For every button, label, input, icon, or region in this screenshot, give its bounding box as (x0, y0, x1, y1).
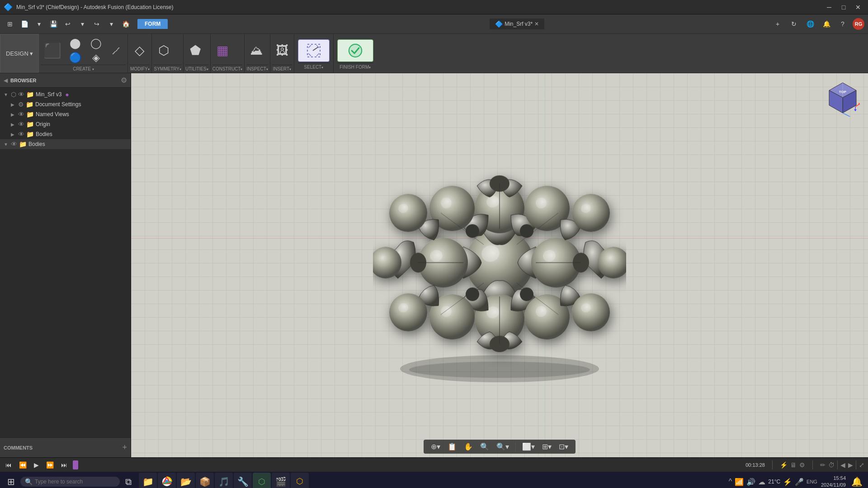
tree-item-bodies-2[interactable]: ▼ 👁 📁 Bodies (0, 139, 131, 149)
skip-end-button[interactable]: ⏭ (59, 460, 69, 469)
sim-icon[interactable]: ⚡ (780, 461, 788, 469)
pencil-icon[interactable]: ✏ (820, 461, 826, 469)
browser-settings-button[interactable]: ⚙ (121, 76, 127, 84)
tree-dot-root: ● (65, 91, 69, 98)
close-button[interactable]: ✕ (852, 2, 864, 12)
timeline-marker[interactable] (73, 460, 78, 469)
tree-item-origin[interactable]: ▶ 👁 📁 Origin (0, 119, 131, 129)
redo-dropdown[interactable]: ▾ (105, 18, 118, 30)
display-mode-button[interactable]: ⊕▾ (428, 441, 443, 452)
insert-button[interactable]: 🖼 (272, 42, 292, 59)
select-button[interactable] (298, 39, 330, 62)
maximize-button[interactable]: □ (837, 2, 850, 12)
status-separator-2 (812, 460, 813, 469)
system-clock[interactable]: 15:54 2024/11/09 (821, 475, 846, 488)
construct-button[interactable]: ▦ (212, 42, 232, 59)
viewport[interactable]: TOP ⊕▾ 📋 ✋ 🔍 🔍▾ ⬜▾ ⊞▾ ⊡▾ (131, 73, 868, 457)
new-button[interactable]: 📄 (18, 18, 31, 30)
lang-display[interactable]: ENG (807, 479, 817, 484)
ups-icon[interactable]: ⚡ (783, 478, 792, 486)
undo-button[interactable]: ↩ (61, 18, 74, 30)
tree-item-bodies-1[interactable]: ▶ 👁 📁 Bodies (0, 129, 131, 139)
taskbar-app-5[interactable]: 🎵 (215, 473, 233, 488)
close-doc-button[interactable]: ✕ (534, 21, 539, 27)
nav-next[interactable]: ▶ (848, 461, 853, 469)
undo-dropdown[interactable]: ▾ (76, 18, 89, 30)
network-button[interactable]: 🌐 (804, 18, 816, 30)
clock-icon[interactable]: ⏱ (828, 461, 835, 469)
viewport-layout-button[interactable]: ⊡▾ (556, 441, 571, 452)
tree-item-root[interactable]: ▼ ⬡ 👁 📁 Min_Srf v3 ● (0, 89, 131, 99)
symmetry-button[interactable]: ⬡ (154, 42, 174, 59)
tree-visibility-named-views[interactable]: 👁 (18, 111, 24, 118)
settings-icon[interactable]: ⚙ (799, 461, 805, 469)
taskbar-app-6[interactable]: 🔧 (234, 473, 252, 488)
taskbar-app-fusion[interactable]: ⬡ (253, 473, 271, 488)
create-sphere-button[interactable]: ⬤ (65, 37, 85, 50)
browser-arrow[interactable]: ◀ (4, 77, 8, 84)
taskbar-app-explorer[interactable]: 📁 (139, 473, 157, 488)
zoom-button[interactable]: 🔍 (477, 441, 492, 452)
display-icon[interactable]: 🖥 (790, 461, 797, 469)
prev-frame-button[interactable]: ⏪ (17, 460, 28, 469)
create-pipe-button[interactable]: ⟋ (107, 42, 126, 59)
add-tab-button[interactable]: + (771, 18, 784, 30)
taskbar-app-chrome[interactable] (158, 473, 176, 488)
utilities-button[interactable]: ⬟ (185, 42, 205, 59)
tree-visibility-bodies-1[interactable]: 👁 (18, 131, 24, 138)
sep (837, 460, 838, 469)
volume-tray-icon[interactable]: 🔊 (746, 478, 755, 486)
taskbar-app-fusion360[interactable]: ⬡ (291, 473, 309, 488)
form-tab[interactable]: FORM (137, 19, 168, 29)
tree-visibility-root[interactable]: 👁 (18, 91, 24, 98)
create-cylinder-button[interactable]: 🔵 (65, 51, 85, 65)
main-content: ◀ BROWSER ⚙ ▼ ⬡ 👁 📁 Min_Srf v3 ● ▶ ⚙ 📁 D… (0, 73, 868, 457)
design-dropdown[interactable]: DESIGN ▾ (0, 34, 39, 73)
help-button[interactable]: ? (836, 18, 849, 30)
save-button[interactable]: 💾 (47, 18, 60, 30)
sep2 (856, 460, 856, 469)
nav-prev[interactable]: ◀ (840, 461, 845, 469)
start-button[interactable]: ⊞ (4, 474, 19, 488)
capture-button[interactable]: 📋 (445, 441, 459, 452)
modify-button[interactable]: ◇ (130, 42, 150, 59)
add-comment-button[interactable]: + (122, 443, 127, 452)
create-torus-button[interactable]: ◯ (86, 37, 106, 50)
task-view-button[interactable]: ⧉ (122, 475, 135, 488)
apps-button[interactable]: ⊞ (4, 18, 16, 30)
expand-icon[interactable]: ⤢ (859, 461, 864, 469)
pan-button[interactable]: ✋ (461, 441, 476, 452)
tree-visibility-origin[interactable]: 👁 (18, 121, 24, 128)
tree-item-named-views[interactable]: ▶ 👁 📁 Named Views (0, 109, 131, 119)
weather-icon[interactable]: ☁ (758, 478, 765, 486)
tree-visibility-bodies-2[interactable]: 👁 (11, 141, 17, 148)
grid-button[interactable]: ⊞▾ (539, 441, 554, 452)
mic-icon[interactable]: 🎤 (795, 478, 804, 486)
open-button[interactable]: ▾ (33, 18, 45, 30)
create-quad-ball-button[interactable]: ◈ (86, 51, 106, 65)
zoom-extents-button[interactable]: 🔍▾ (494, 441, 512, 452)
minimize-button[interactable]: ─ (823, 2, 835, 12)
display-settings-button[interactable]: ⬜▾ (519, 441, 538, 452)
refresh-button[interactable]: ↻ (788, 18, 800, 30)
cube-navigator[interactable]: TOP (825, 80, 861, 117)
redo-button[interactable]: ↪ (90, 18, 103, 30)
taskbar-app-files[interactable]: 📂 (177, 473, 195, 488)
taskbar-app-4[interactable]: 📦 (196, 473, 214, 488)
search-input[interactable] (20, 477, 120, 487)
notification-button[interactable]: 🔔 (820, 18, 833, 30)
taskbar-app-recorder[interactable]: 🎬 (272, 473, 290, 488)
create-box-button[interactable]: ⬛ (41, 42, 64, 60)
home-button[interactable]: 🏠 (119, 18, 132, 30)
play-button[interactable]: ▶ (32, 460, 41, 469)
inspect-button[interactable]: ⛰ (246, 42, 266, 59)
notification-center-button[interactable]: 🔔 (849, 476, 864, 487)
user-avatar[interactable]: RG (853, 18, 864, 30)
skip-start-button[interactable]: ⏮ (4, 460, 14, 469)
next-frame-button[interactable]: ⏩ (44, 460, 56, 469)
finish-form-button[interactable] (337, 39, 373, 62)
tree-item-doc-settings[interactable]: ▶ ⚙ 📁 Document Settings (0, 99, 131, 109)
document-tab[interactable]: 🔷 Min_Srf v3* ✕ (490, 19, 544, 29)
network-tray-icon[interactable]: 📶 (735, 478, 744, 486)
tray-expand[interactable]: ^ (729, 478, 732, 486)
